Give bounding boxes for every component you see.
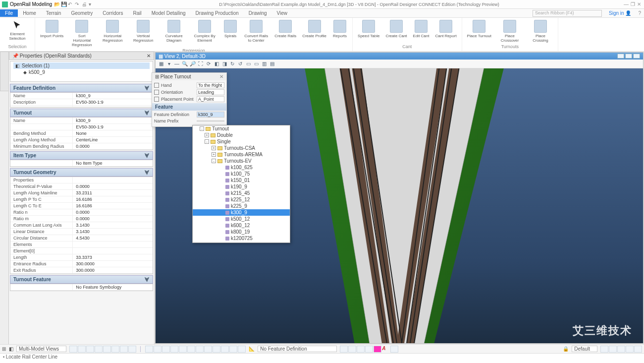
tab-drawing-production[interactable]: Drawing Production — [191, 9, 244, 17]
tree-node[interactable]: k100_625 — [193, 164, 290, 171]
view-tool-icon[interactable]: ▥ — [261, 60, 268, 67]
view-4-button[interactable] — [95, 346, 103, 353]
horiz-regress-button[interactable]: Horizontal Regression — [98, 19, 127, 44]
place-crossing-button[interactable]: Place Crossing — [526, 19, 555, 44]
property-row[interactable]: Ratio n0.0000 — [10, 209, 153, 216]
complex-by-element-button[interactable]: Complex By Element — [190, 19, 219, 44]
view-2-button[interactable] — [78, 346, 86, 353]
view-tool-icon[interactable]: ◨ — [221, 60, 228, 67]
level-dropdown[interactable]: Default — [572, 346, 597, 352]
property-row[interactable]: Element[0] — [10, 248, 153, 254]
tree-node[interactable]: k100_75 — [193, 171, 290, 177]
property-row[interactable]: Exit Radius300.0000 — [10, 267, 153, 274]
selection-header[interactable]: ◧ Selection (1) — [13, 62, 150, 69]
view-tool-icon[interactable]: ▾ — [165, 60, 172, 67]
tree-node[interactable]: k1200725 — [193, 235, 290, 242]
fit-icon[interactable]: ⛶ — [197, 60, 204, 67]
property-row[interactable]: Bending MethodNone — [10, 130, 153, 137]
spirals-button[interactable]: Spirals — [221, 19, 240, 39]
tree-node[interactable]: +Double — [193, 132, 290, 138]
speed-table-button[interactable]: Speed Table — [356, 19, 381, 39]
tab-terrain[interactable]: Terrain — [41, 9, 66, 17]
reports-button[interactable]: Reports — [330, 19, 349, 39]
tree-node[interactable]: k500_12 — [193, 216, 290, 222]
undo-icon[interactable]: ↶ — [68, 1, 74, 7]
status-icon[interactable]: ◧ — [9, 346, 13, 352]
model-views-dropdown[interactable]: Multi-Model Views — [16, 346, 66, 352]
name-prefix-input[interactable] — [197, 121, 224, 121]
element-selection-button[interactable]: Element Selection — [3, 19, 32, 42]
cant-report-button[interactable]: Cant Report — [433, 19, 458, 39]
close-button[interactable]: ✕ — [637, 1, 641, 7]
lock-icon[interactable]: 🔒 — [563, 346, 569, 352]
section-header[interactable]: Feature Definition⮟ — [10, 84, 153, 92]
tree-node[interactable]: k2300760 — [193, 242, 290, 243]
property-row[interactable]: Circular Distance4.5430 — [10, 235, 153, 242]
section-header[interactable]: Turnout⮟ — [10, 109, 153, 117]
property-row[interactable]: Length Along Mainline33.2311 — [10, 190, 153, 196]
rotate-icon[interactable]: ⟳ — [205, 60, 212, 67]
tree-node[interactable]: k215_45 — [193, 190, 290, 196]
panel-close-icon[interactable]: ✕ — [147, 53, 151, 59]
place-turnout-button[interactable]: Place Turnout — [465, 19, 493, 39]
tree-node[interactable]: -Turnouts-EV — [193, 158, 290, 164]
import-points-button[interactable]: Import Points — [38, 19, 65, 39]
property-row[interactable]: No Item Type — [10, 160, 153, 167]
property-row[interactable]: Common Last Long Axis3.1430 — [10, 222, 153, 229]
property-row[interactable]: No Feature Symbology — [10, 284, 153, 291]
tree-node[interactable]: +Turnouts-CSA — [193, 145, 290, 151]
tree-node[interactable]: +Turnouts-AREMA — [193, 151, 290, 158]
view-min-icon[interactable] — [617, 54, 624, 59]
dialog-close-icon[interactable]: ✕ — [219, 74, 223, 79]
tree-node[interactable]: k190_9 — [193, 183, 290, 190]
chevron-down-icon[interactable]: ▾ — [89, 1, 95, 7]
view-header[interactable]: ▦ View 2, Default-3D — [156, 53, 643, 60]
sort-horiz-button[interactable]: Sort Horizontal Regression — [67, 19, 96, 48]
section-header[interactable]: Turnout Feature⮟ — [10, 275, 153, 284]
view-7-button[interactable] — [120, 346, 128, 353]
placement-dropdown[interactable]: A_Point — [197, 96, 224, 102]
pin-icon[interactable]: 📌 — [12, 53, 18, 59]
print-icon[interactable]: 🖨 — [82, 1, 88, 7]
selection-item[interactable]: ◆ k500_9 — [13, 69, 150, 75]
tab-view[interactable]: View — [272, 9, 293, 17]
zoom-out-icon[interactable]: 🔎 — [189, 60, 196, 67]
view-8-button[interactable] — [128, 346, 136, 353]
view-tool-icon[interactable]: ▦ — [158, 60, 164, 67]
create-cant-button[interactable]: Create Cant — [383, 19, 409, 39]
feature-def-dropdown[interactable]: k300_9 — [197, 112, 224, 118]
status-icon[interactable]: ⊞ — [2, 346, 6, 352]
view-tool-icon[interactable]: ◧ — [213, 60, 220, 67]
tree-node[interactable]: -Turnout — [193, 125, 290, 132]
view-tool-icon[interactable]: ↻ — [229, 60, 236, 67]
property-row[interactable]: Properties — [10, 177, 153, 183]
tree-node[interactable]: -Single — [193, 138, 290, 145]
property-row[interactable]: Length33.3373 — [10, 254, 153, 261]
hand-dropdown[interactable]: To the Right — [197, 82, 224, 88]
property-row[interactable]: EV50-300-1:9 — [10, 124, 153, 130]
property-row[interactable]: Length P To C16.6186 — [10, 196, 153, 203]
redo-icon[interactable]: ↷ — [75, 1, 81, 7]
convert-rails-button[interactable]: Convert Rails to Center — [242, 19, 270, 44]
view-tool-icon[interactable]: ↺ — [237, 60, 244, 67]
orientation-checkbox[interactable] — [154, 90, 159, 95]
property-row[interactable]: DescriptionEV50-300-1:9 — [10, 99, 153, 106]
property-row[interactable]: Length C To E16.6186 — [10, 203, 153, 209]
property-row[interactable]: Namek300_9 — [10, 93, 153, 99]
tree-node[interactable]: k150_01 — [193, 177, 290, 183]
feature-tree-popup[interactable]: -Turnout+Double-Single+Turnouts-CSA+Turn… — [192, 125, 290, 243]
save-icon[interactable]: 💾 — [61, 1, 67, 7]
property-row[interactable]: Namek300_9 — [10, 118, 153, 124]
property-row[interactable] — [10, 106, 153, 107]
tree-node[interactable]: k225_12 — [193, 196, 290, 203]
property-row[interactable]: Elements — [10, 242, 153, 248]
tab-model-detailing[interactable]: Model Detailing — [147, 9, 191, 17]
tree-node[interactable]: k800_19 — [193, 229, 290, 235]
section-header[interactable]: Turnout Geometry⮟ — [10, 168, 153, 177]
ribbon-search[interactable]: Search Ribbon (F4) — [533, 10, 602, 17]
tab-home[interactable]: Home — [18, 9, 41, 17]
tree-node[interactable]: k300_9 — [193, 209, 290, 216]
property-row[interactable]: Minimum Bending Radius0.0000 — [10, 143, 153, 150]
section-header[interactable]: Item Type⮟ — [10, 151, 153, 160]
zoom-in-icon[interactable]: 🔍 — [181, 60, 188, 67]
